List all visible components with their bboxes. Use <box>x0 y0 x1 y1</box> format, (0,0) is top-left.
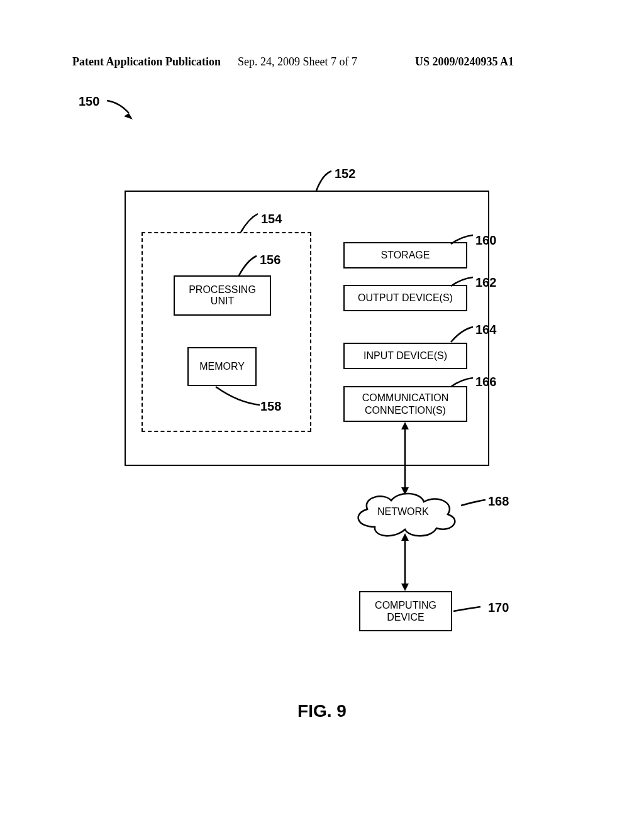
processing-unit-label: PROCESSING UNIT <box>189 284 256 307</box>
memory-label: MEMORY <box>199 361 245 372</box>
svg-marker-6 <box>401 584 409 591</box>
header-mid: Sep. 24, 2009 Sheet 7 of 7 <box>238 55 357 69</box>
ref-156: 156 <box>260 253 280 267</box>
header-left: Patent Application Publication <box>72 55 221 68</box>
lead-170-icon <box>452 604 483 616</box>
ref-158: 158 <box>260 399 281 414</box>
output-label: OUTPUT DEVICE(S) <box>358 292 453 304</box>
ref-168: 168 <box>488 494 509 509</box>
page-header: Patent Application Publication Sep. 24, … <box>0 55 644 69</box>
lead-168-icon <box>458 497 492 511</box>
ref-154: 154 <box>261 212 282 226</box>
double-arrow-icon <box>400 533 410 591</box>
input-box: INPUT DEVICE(S) <box>343 343 467 369</box>
comm-box: COMMUNICATION CONNECTION(S) <box>343 386 467 422</box>
ref-166: 166 <box>475 375 496 389</box>
input-label: INPUT DEVICE(S) <box>364 350 447 362</box>
computing-device-label: COMPUTING DEVICE <box>375 599 436 623</box>
arrow-150-icon <box>104 97 142 123</box>
svg-marker-5 <box>401 533 409 541</box>
ref-164: 164 <box>475 323 496 337</box>
ref-150: 150 <box>79 94 99 109</box>
ref-162: 162 <box>475 275 496 290</box>
svg-marker-2 <box>401 422 409 429</box>
memory-box: MEMORY <box>187 347 257 386</box>
ref-152: 152 <box>335 167 355 181</box>
svg-marker-0 <box>124 113 133 119</box>
double-arrow-icon <box>400 422 410 495</box>
ref-160: 160 <box>475 233 496 248</box>
figure-title: FIG. 9 <box>0 701 644 721</box>
processing-unit-box: PROCESSING UNIT <box>174 275 271 316</box>
storage-label: STORAGE <box>381 250 430 261</box>
computing-device-box: COMPUTING DEVICE <box>359 591 452 631</box>
network-label: NETWORK <box>377 506 429 517</box>
header-right: US 2009/0240935 A1 <box>415 55 514 69</box>
ref-170: 170 <box>488 600 509 615</box>
comm-label: COMMUNICATION CONNECTION(S) <box>362 392 448 416</box>
